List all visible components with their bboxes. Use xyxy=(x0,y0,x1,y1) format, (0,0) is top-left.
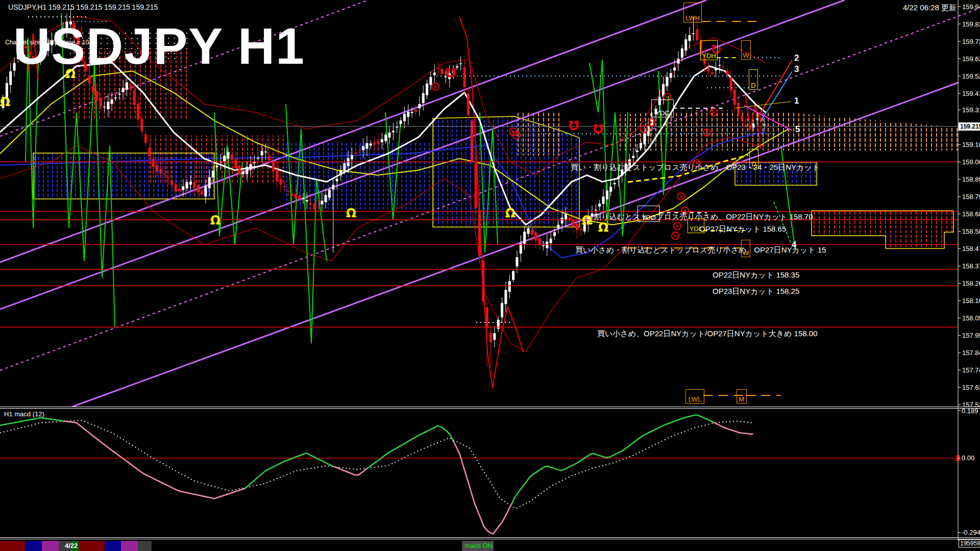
macd-line-segment xyxy=(469,484,472,494)
candle-body xyxy=(325,195,327,202)
session-bar-segment[interactable] xyxy=(0,541,25,551)
macd-line-segment xyxy=(447,432,450,435)
candle-body xyxy=(186,182,188,189)
candle-body xyxy=(182,186,184,190)
candle-body xyxy=(178,189,181,191)
buy-signal-omega-icon: Ω xyxy=(598,220,608,235)
sell-signal-omega-icon: Ω xyxy=(446,65,456,80)
level-marker-lwl[interactable]: LWL xyxy=(685,389,704,404)
wave-count-label-1: 1 xyxy=(794,96,799,106)
macd-line-segment xyxy=(511,498,514,504)
candle-body xyxy=(156,165,158,171)
entry-mark-dot-icon xyxy=(516,134,518,136)
candle-body xyxy=(440,69,443,74)
macd-line-segment xyxy=(475,504,478,511)
level-marker-d[interactable]: D xyxy=(749,69,758,90)
macd-line-segment xyxy=(502,516,505,522)
level-marker-w[interactable]: W xyxy=(741,40,751,60)
level-marker-ydo[interactable]: YDO xyxy=(638,206,660,222)
entry-mark-dot-icon xyxy=(666,96,668,98)
candle-body xyxy=(501,303,503,317)
axis-tick-label: 159.105 xyxy=(962,141,980,148)
candle-body xyxy=(114,97,117,98)
macd-max-label: 0.189 xyxy=(962,407,978,415)
op-annotation-text: 買い・割り込むとストップロス売り小さめ、OP23・24・25日NYカット xyxy=(571,163,820,172)
candle-body xyxy=(711,72,714,74)
candle-body xyxy=(527,229,530,234)
candle-body xyxy=(92,86,94,92)
level-marker-w[interactable]: W xyxy=(741,240,750,257)
candle-body xyxy=(321,201,323,204)
candle-body xyxy=(737,103,740,114)
candle-body xyxy=(565,214,567,220)
level-marker-ydh[interactable]: YDH xyxy=(700,40,718,60)
candle-body xyxy=(272,162,275,171)
candle-body xyxy=(459,63,462,64)
entry-mark-dot-icon xyxy=(713,111,715,113)
candle-body xyxy=(392,131,395,132)
level-marker-ydl[interactable]: YDL xyxy=(688,218,704,233)
session-bar-segment[interactable] xyxy=(42,541,59,551)
candle-body xyxy=(276,169,278,181)
candle-body xyxy=(250,164,252,169)
op-annotation-text: OP27日NYカット 158.65 xyxy=(699,224,786,234)
candle-body xyxy=(718,65,721,66)
candle-body xyxy=(268,156,271,161)
candle-body xyxy=(411,112,413,113)
macd-line-segment xyxy=(505,510,508,516)
candle-body xyxy=(471,121,473,162)
candle-body xyxy=(418,104,421,108)
candle-body xyxy=(354,153,357,154)
macd-line-segment xyxy=(496,526,499,530)
candle-body xyxy=(673,67,676,70)
session-bar-segment[interactable] xyxy=(121,541,138,551)
op-annotation-text: 買い小さめ、OP22日NYカット/OP27日NYカット大きめ 158.00 xyxy=(597,329,817,339)
candle-body xyxy=(684,39,687,51)
candle-body xyxy=(201,191,203,195)
candle-body xyxy=(167,178,169,179)
macd-line-segment xyxy=(484,527,487,531)
candle-body xyxy=(426,84,428,95)
session-bar-segment[interactable] xyxy=(105,541,121,551)
level-marker-m[interactable]: M xyxy=(737,389,747,404)
candle-body xyxy=(365,143,368,149)
panel-separator[interactable] xyxy=(0,408,980,409)
wave-count-label-2: 2 xyxy=(794,53,799,63)
candle-body xyxy=(148,147,151,156)
level-marker-lwh[interactable]: LWH xyxy=(683,3,702,22)
candle-body xyxy=(741,115,743,121)
axis-tick-label: 157.845 xyxy=(962,349,980,357)
candle-body xyxy=(317,206,320,207)
session-bar-segment[interactable] xyxy=(138,541,152,551)
candle-body xyxy=(614,183,616,184)
level-marker-ydc[interactable]: YDC xyxy=(651,99,674,117)
candle-body xyxy=(429,77,432,85)
candle-body xyxy=(362,146,364,150)
axis-tick-label: 159.730 xyxy=(962,38,980,45)
level-marker-d[interactable]: D xyxy=(749,149,758,168)
axis-tick-label: 159.835 xyxy=(962,20,980,28)
macd-line-segment xyxy=(450,435,453,441)
candle-body xyxy=(175,184,177,191)
buy-signal-omega-icon: Ω xyxy=(0,95,10,109)
panel-separator[interactable] xyxy=(0,407,980,407)
candle-body xyxy=(576,224,578,231)
macd-on-toggle[interactable]: macd ON xyxy=(464,542,493,549)
macd-line-segment xyxy=(472,493,475,504)
chart-canvas[interactable]: ΩΩΩΩΩΩΩΩΩΩ↻ xyxy=(0,0,980,551)
session-bar-segment[interactable] xyxy=(25,541,42,551)
candle-body xyxy=(95,91,98,101)
session-bar-segment[interactable] xyxy=(79,541,105,551)
candle-body xyxy=(215,166,218,167)
trading-chart-window: ΩΩΩΩΩΩΩΩΩΩ↻ USDJPY H1 USDJPY,H1 159.215 … xyxy=(0,0,980,551)
axis-tick-label: 157.635 xyxy=(962,384,980,391)
candle-body xyxy=(137,104,139,120)
candle-body xyxy=(234,159,237,168)
axis-tick-label: 159.625 xyxy=(962,55,980,63)
candle-body xyxy=(745,125,747,126)
candle-body xyxy=(227,152,230,159)
wave-count-label-5: 5 xyxy=(795,124,800,135)
macd-line-segment xyxy=(493,530,496,534)
candle-body xyxy=(208,178,211,188)
entry-mark-dot-icon xyxy=(680,195,682,197)
